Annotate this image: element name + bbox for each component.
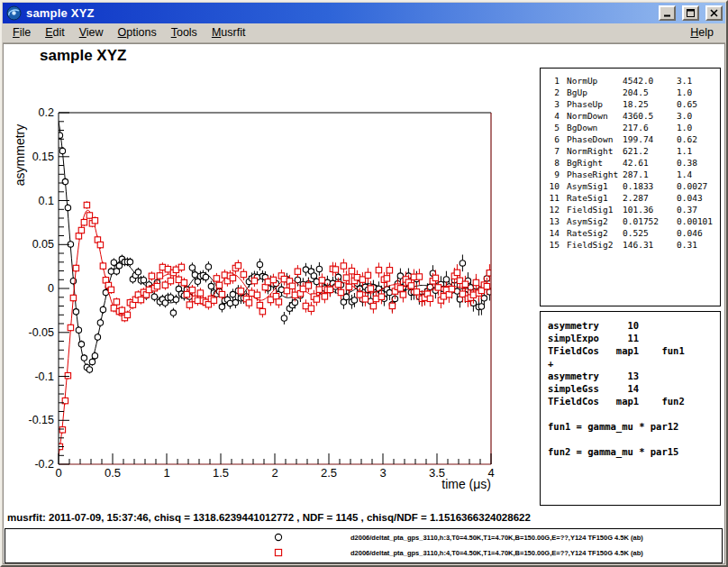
- svg-text:asymmetry: asymmetry: [13, 124, 27, 186]
- svg-text:0: 0: [48, 282, 54, 295]
- close-icon: [710, 9, 718, 17]
- menu-items: FileEditViewOptionsToolsMusrfit: [5, 24, 252, 41]
- maximize-icon: [687, 9, 695, 17]
- svg-text:time (μs): time (μs): [441, 477, 491, 491]
- parameter-row: 2BgUp204.51.0: [546, 87, 720, 98]
- menu-view[interactable]: View: [72, 24, 111, 41]
- svg-text:-0.05: -0.05: [29, 326, 55, 339]
- app-window: sample XYZ FileEditViewOptionsToolsMusrf…: [0, 0, 728, 567]
- svg-text:-0.1: -0.1: [34, 370, 54, 383]
- svg-text:0.2: 0.2: [39, 106, 54, 119]
- parameter-row: 5BgDown217.61.0: [546, 122, 720, 133]
- parameter-row: 11RateSig12.2870.043: [546, 192, 720, 204]
- parameter-row: 3PhaseUp18.250.65: [546, 98, 720, 110]
- parameter-row: 15FieldSig2146.310.31: [546, 239, 720, 251]
- menu-help[interactable]: Help: [683, 24, 723, 41]
- menu-edit[interactable]: Edit: [38, 24, 72, 41]
- legend-label: d2006/deltat_pta_gps_3110,h:4,T0=4.50K,T…: [350, 549, 643, 557]
- legend-entry: d2006/deltat_pta_gps_3110,h:3,T0=4.50K,T…: [5, 531, 722, 545]
- legend-label: d2006/deltat_pta_gps_3110,h:3,T0=4.50K,T…: [350, 534, 643, 542]
- svg-text:2: 2: [271, 466, 278, 480]
- menu-bar: FileEditViewOptionsToolsMusrfit Help: [3, 23, 725, 43]
- root-canvas: sample XYZ 00.511.522.533.54-0.2-0.15-0.…: [3, 43, 725, 564]
- menu-musrfit[interactable]: Musrfit: [205, 24, 253, 41]
- parameter-row: 13AsymSig20.017520.00101: [546, 215, 720, 227]
- parameter-row: 7NormRight621.21.1: [546, 145, 720, 157]
- parameter-row: 4NormDown4360.53.0: [546, 110, 720, 122]
- plot-legend: d2006/deltat_pta_gps_3110,h:3,T0=4.50K,T…: [5, 528, 723, 563]
- asymmetry-plot[interactable]: 00.511.522.533.54-0.2-0.15-0.1-0.0500.05…: [4, 44, 539, 520]
- menu-file[interactable]: File: [5, 24, 38, 41]
- parameter-row: 12FieldSig1101.360.37: [546, 204, 720, 215]
- parameter-row: 6PhaseDown199.740.62: [546, 133, 720, 145]
- svg-text:3: 3: [379, 466, 386, 480]
- svg-text:1: 1: [163, 466, 169, 480]
- theory-box: asymmetry 10 simplExpo 11 TFieldCos map1…: [540, 311, 721, 506]
- parameter-row: 8BgRight42.610.38: [546, 157, 720, 169]
- svg-text:0.5: 0.5: [105, 466, 121, 480]
- svg-text:-0.15: -0.15: [29, 414, 55, 426]
- parameter-table: 1NormUp4542.03.12BgUp204.51.03PhaseUp18.…: [540, 68, 721, 306]
- app-icon: [6, 5, 22, 21]
- legend-square-icon: [272, 547, 285, 558]
- legend-circle-icon: [272, 532, 285, 543]
- parameter-row: 14RateSig20.5250.046: [546, 227, 720, 239]
- minimize-button[interactable]: [659, 5, 676, 21]
- minimize-icon: [663, 9, 671, 17]
- menu-tools[interactable]: Tools: [164, 24, 205, 41]
- parameter-row: 9PhaseRight287.11.4: [546, 169, 720, 180]
- theory-text: asymmetry 10 simplExpo 11 TFieldCos map1…: [541, 312, 720, 458]
- svg-text:1.5: 1.5: [213, 466, 229, 480]
- fit-status-line: musrfit: 2011-07-09, 15:37:46, chisq = 1…: [7, 512, 531, 523]
- svg-text:0.15: 0.15: [32, 151, 54, 163]
- legend-entry: d2006/deltat_pta_gps_3110,h:4,T0=4.50K,T…: [5, 546, 722, 561]
- svg-text:-0.2: -0.2: [34, 458, 54, 471]
- parameter-row: 10AsymSig10.18330.0027: [546, 180, 720, 192]
- window-title: sample XYZ: [26, 6, 654, 20]
- svg-text:0.05: 0.05: [32, 238, 54, 251]
- svg-text:2.5: 2.5: [321, 466, 337, 480]
- title-bar[interactable]: sample XYZ: [3, 3, 725, 23]
- menu-options[interactable]: Options: [111, 24, 164, 41]
- close-button[interactable]: [705, 5, 723, 21]
- parameter-row: 1NormUp4542.03.1: [546, 75, 720, 87]
- svg-text:0.1: 0.1: [39, 195, 54, 207]
- maximize-button[interactable]: [682, 5, 699, 21]
- svg-text:0: 0: [55, 466, 61, 480]
